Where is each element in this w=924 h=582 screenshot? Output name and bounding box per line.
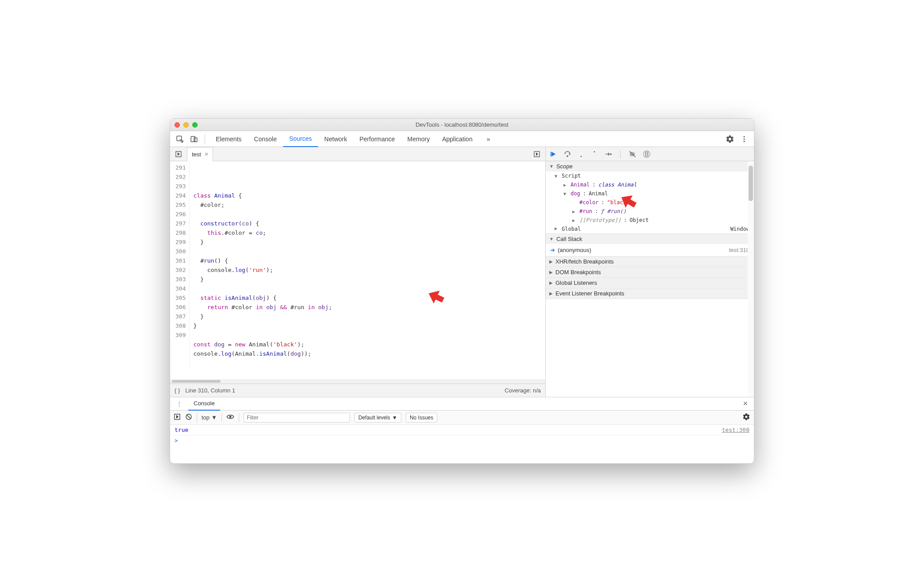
console-value: true: [175, 427, 188, 433]
pretty-print-icon[interactable]: { }: [175, 387, 180, 394]
event-listener-bp-header[interactable]: ▶Event Listener Breakpoints: [546, 288, 754, 299]
context-selector[interactable]: top ▼: [202, 414, 217, 421]
window-title: DevTools - localhost:8080/demo/test: [170, 121, 754, 128]
separator: [205, 134, 205, 144]
console-sidebar-toggle-icon[interactable]: [174, 413, 181, 422]
main-tabstrip: ElementsConsoleSourcesNetworkPerformance…: [170, 131, 754, 147]
device-toggle-icon[interactable]: [188, 133, 200, 145]
tab-console[interactable]: Console: [248, 131, 283, 147]
svg-point-12: [610, 153, 611, 154]
drawer-close-icon[interactable]: ×: [740, 399, 750, 408]
inspect-icon[interactable]: [174, 133, 186, 145]
titlebar: DevTools - localhost:8080/demo/test: [170, 119, 754, 131]
console-toolbar: top ▼ Default levels ▼ No Issues: [170, 411, 754, 425]
navigator-toggle-icon[interactable]: [173, 148, 184, 160]
editor-pane: test × 291292293294295296297298299300301…: [170, 147, 546, 397]
resume-icon[interactable]: [549, 150, 557, 158]
svg-point-3: [744, 136, 745, 137]
file-tab-label: test: [192, 151, 201, 158]
deactivate-breakpoints-icon[interactable]: [629, 150, 637, 158]
console-source-link[interactable]: test:308: [722, 427, 749, 433]
drawer-tabstrip: ⋮ Console ×: [170, 397, 754, 411]
issues-button[interactable]: No Issues: [406, 413, 437, 423]
scope-dog-row[interactable]: ▼dog: Animal: [546, 189, 754, 198]
source-text[interactable]: class Animal { #color; constructor(co) {…: [190, 161, 335, 369]
console-drawer: ⋮ Console × top ▼ Default levels ▼ No Is…: [170, 397, 754, 463]
clear-console-icon[interactable]: [185, 413, 192, 422]
debugger-pane: ▼Scope ▼Script ▶Animal: class Animal ▼do…: [546, 147, 754, 397]
step-icon[interactable]: [604, 150, 612, 158]
svg-point-9: [567, 155, 568, 156]
file-tabstrip: test ×: [170, 147, 545, 161]
more-tabs-icon[interactable]: [531, 148, 543, 160]
tab-sources[interactable]: Sources: [283, 131, 318, 147]
console-log-line: true test:308: [170, 425, 754, 435]
console-body: true test:308 >: [170, 425, 754, 463]
devtools-window: DevTools - localhost:8080/demo/test Elem…: [170, 118, 754, 464]
svg-point-11: [594, 151, 595, 152]
scope-script-row[interactable]: ▼Script: [546, 171, 754, 180]
scope-header[interactable]: ▼Scope: [546, 161, 754, 171]
step-out-icon[interactable]: [591, 151, 598, 158]
tab-application[interactable]: Application: [436, 131, 479, 147]
debugger-body: ▼Scope ▼Script ▶Animal: class Animal ▼do…: [546, 161, 754, 397]
callstack-frame[interactable]: ➔(anonymous) test:310: [546, 244, 754, 256]
tab-memory[interactable]: Memory: [401, 131, 436, 147]
svg-point-4: [744, 138, 745, 140]
main-content: test × 291292293294295296297298299300301…: [170, 147, 754, 397]
editor-status-bar: { } Line 310, Column 1 Coverage: n/a: [170, 384, 545, 397]
callstack-section: ▼Call Stack ➔(anonymous) test:310: [546, 234, 754, 256]
file-tab-test[interactable]: test ×: [187, 147, 213, 161]
close-file-tab-icon[interactable]: ×: [205, 151, 208, 158]
scope-run-row[interactable]: ▶#run: ƒ #run(): [546, 207, 754, 216]
scope-proto-row[interactable]: ▶[[Prototype]]: Object: [546, 216, 754, 225]
svg-rect-2: [194, 138, 197, 142]
dom-breakpoints-header[interactable]: ▶DOM Breakpoints: [546, 267, 754, 277]
scope-global-row[interactable]: ▶GlobalWindow: [546, 225, 754, 233]
log-levels-selector[interactable]: Default levels ▼: [354, 413, 401, 423]
kebab-menu-icon[interactable]: [738, 133, 750, 145]
coverage-status: Coverage: n/a: [505, 387, 541, 394]
scope-color-row[interactable]: #color: "black": [546, 198, 754, 207]
callstack-header[interactable]: ▼Call Stack: [546, 234, 754, 244]
tab-performance[interactable]: Performance: [353, 131, 401, 147]
line-gutter: 2912922932942952962972982993003013023033…: [170, 161, 190, 369]
xhr-breakpoints-header[interactable]: ▶XHR/fetch Breakpoints: [546, 256, 754, 267]
scope-animal-row[interactable]: ▶Animal: class Animal: [546, 180, 754, 189]
annotation-arrow-code: [386, 253, 453, 291]
settings-gear-icon[interactable]: [724, 133, 736, 145]
global-listeners-header[interactable]: ▶Global Listeners: [546, 278, 754, 288]
code-editor[interactable]: 2912922932942952962972982993003013023033…: [170, 161, 545, 379]
tab-network[interactable]: Network: [318, 131, 353, 147]
console-settings-gear-icon[interactable]: [742, 413, 750, 422]
step-into-icon[interactable]: [578, 151, 585, 158]
svg-point-10: [581, 156, 582, 157]
console-filter-input[interactable]: [244, 413, 350, 423]
drawer-kebab-icon[interactable]: ⋮: [174, 400, 185, 407]
svg-point-13: [644, 151, 650, 157]
svg-point-17: [229, 416, 232, 418]
console-prompt[interactable]: >: [170, 435, 754, 446]
cursor-position: Line 310, Column 1: [185, 387, 235, 394]
scope-section: ▼Scope ▼Script ▶Animal: class Animal ▼do…: [546, 161, 754, 234]
step-over-icon[interactable]: [563, 150, 571, 158]
svg-point-5: [744, 140, 745, 142]
tab-elements[interactable]: Elements: [210, 131, 248, 147]
svg-rect-1: [191, 136, 195, 142]
svg-rect-8: [551, 151, 551, 156]
editor-hscrollbar[interactable]: [170, 379, 545, 384]
pause-exceptions-icon[interactable]: [643, 150, 651, 158]
live-expression-icon[interactable]: [226, 413, 234, 422]
drawer-tab-console[interactable]: Console: [188, 397, 220, 411]
debugger-toolbar: [546, 147, 754, 161]
tabs-overflow-button[interactable]: »: [481, 131, 497, 147]
